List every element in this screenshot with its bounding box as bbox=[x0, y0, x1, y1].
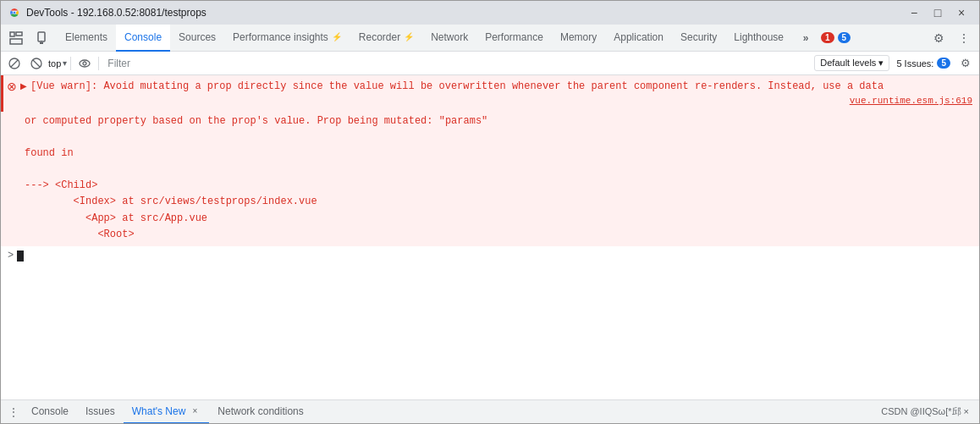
nav-tab-bar: Elements Console Sources Performance ins… bbox=[1, 25, 979, 52]
tab-network[interactable]: Network bbox=[422, 25, 476, 52]
minimize-button[interactable]: − bbox=[903, 2, 925, 24]
console-error-detail: or computed property based on the prop's… bbox=[1, 112, 979, 247]
device-toolbar-button[interactable] bbox=[30, 26, 53, 50]
toolbar-divider-1 bbox=[70, 57, 71, 70]
eye-button[interactable] bbox=[74, 53, 95, 74]
recorder-icon: ⚡ bbox=[404, 32, 414, 41]
maximize-button[interactable]: □ bbox=[927, 2, 949, 24]
inspect-icon-button[interactable] bbox=[4, 26, 28, 50]
context-selector[interactable]: top ▾ bbox=[48, 58, 67, 69]
performance-insights-icon: ⚡ bbox=[332, 32, 342, 41]
error-stack-text: found in bbox=[25, 147, 74, 159]
console-error-content: [Vue warn]: Avoid mutating a prop direct… bbox=[30, 79, 972, 108]
tab-sources-label: Sources bbox=[179, 31, 216, 43]
title-bar-controls: − □ × bbox=[903, 2, 972, 24]
inspect-icon bbox=[9, 31, 23, 45]
bottom-more-button[interactable]: ⋮ bbox=[4, 403, 23, 421]
bottom-tab-bar: ⋮ Console Issues What's New × Network co… bbox=[1, 399, 979, 423]
filter-toggle-button[interactable] bbox=[26, 53, 47, 74]
bottom-tab-console-label: Console bbox=[31, 405, 69, 417]
tab-recorder-label: Recorder bbox=[359, 31, 400, 43]
console-input-row[interactable]: > bbox=[1, 246, 979, 265]
bottom-tab-network-conditions[interactable]: Network conditions bbox=[209, 400, 311, 424]
close-button[interactable]: × bbox=[950, 2, 972, 24]
tab-application-label: Application bbox=[614, 31, 663, 43]
console-settings-button[interactable]: ⚙ bbox=[955, 53, 976, 74]
tab-sources[interactable]: Sources bbox=[170, 25, 224, 52]
title-bar: DevTools - 192.168.0.52:8081/testprops −… bbox=[1, 1, 979, 25]
bottom-tab-issues[interactable]: Issues bbox=[77, 400, 124, 424]
console-content: ⊗ ▶ [Vue warn]: Avoid mutating a prop di… bbox=[1, 75, 979, 399]
bottom-tab-network-conditions-label: Network conditions bbox=[217, 405, 303, 417]
tab-memory-label: Memory bbox=[560, 31, 597, 43]
tab-elements[interactable]: Elements bbox=[57, 25, 116, 52]
svg-point-2 bbox=[14, 12, 16, 14]
svg-rect-3 bbox=[10, 32, 14, 36]
tab-performance[interactable]: Performance bbox=[476, 25, 552, 52]
expand-error-icon[interactable]: ▶ bbox=[20, 81, 27, 91]
nav-more-section: » 1 5 bbox=[794, 26, 851, 50]
svg-rect-5 bbox=[10, 39, 22, 44]
console-cursor bbox=[17, 251, 24, 262]
error-text-line1: [Vue warn]: Avoid mutating a prop direct… bbox=[30, 80, 884, 92]
tab-console-label: Console bbox=[124, 31, 162, 43]
tab-application[interactable]: Application bbox=[605, 25, 672, 52]
bottom-tab-whats-new-label: What's New bbox=[132, 405, 186, 417]
svg-rect-7 bbox=[40, 42, 43, 44]
tab-performance-insights-label: Performance insights bbox=[233, 31, 328, 43]
tab-elements-label: Elements bbox=[65, 31, 107, 43]
tab-network-label: Network bbox=[431, 31, 468, 43]
issues-badge-nav: 5 bbox=[838, 32, 851, 43]
tab-lighthouse-label: Lighthouse bbox=[734, 31, 784, 43]
context-label: top bbox=[48, 58, 61, 69]
bottom-right-area: CSDN @IIQSω[*邱 × bbox=[881, 405, 976, 418]
error-icon: ⊗ bbox=[7, 80, 17, 93]
svg-rect-6 bbox=[38, 32, 45, 41]
settings-button[interactable]: ⚙ bbox=[927, 26, 950, 50]
error-source-link[interactable]: vue.runtime.esm.js:619 bbox=[850, 94, 972, 108]
bottom-right-text: CSDN @IIQSω[*邱 × bbox=[881, 405, 969, 418]
svg-line-12 bbox=[33, 60, 40, 67]
console-error-row: ⊗ ▶ [Vue warn]: Avoid mutating a prop di… bbox=[1, 75, 979, 112]
bottom-tab-whats-new[interactable]: What's New × bbox=[124, 400, 210, 424]
error-component-stack: ---> <Child> <Index> at src/views/testpr… bbox=[25, 179, 317, 240]
devtools-menu-button[interactable]: ⋮ bbox=[952, 26, 976, 50]
svg-point-14 bbox=[83, 62, 86, 65]
clear-console-button[interactable] bbox=[4, 53, 25, 74]
tab-security-label: Security bbox=[680, 31, 717, 43]
nav-left-icons bbox=[4, 26, 53, 50]
tab-performance-label: Performance bbox=[485, 31, 543, 43]
filter-input[interactable] bbox=[102, 56, 809, 71]
tab-security[interactable]: Security bbox=[672, 25, 725, 52]
svg-point-8 bbox=[41, 40, 41, 41]
clear-icon bbox=[8, 58, 20, 69]
svg-rect-4 bbox=[16, 32, 22, 36]
bottom-tab-issues-label: Issues bbox=[85, 405, 115, 417]
console-toolbar: top ▾ Default levels ▾ 5 Issues: 5 ⚙ bbox=[1, 52, 979, 75]
device-icon bbox=[35, 31, 48, 45]
eye-icon bbox=[79, 59, 91, 68]
issues-label: 5 Issues: bbox=[896, 58, 933, 69]
nav-right-icons: ⚙ ⋮ bbox=[927, 26, 976, 50]
chrome-favicon bbox=[8, 6, 21, 19]
issues-count-badge: 5 bbox=[937, 58, 950, 69]
error-continued-text: or computed property based on the prop's… bbox=[25, 115, 487, 127]
filter-icon bbox=[30, 58, 42, 69]
svg-point-13 bbox=[80, 60, 90, 67]
console-prompt-symbol: > bbox=[8, 250, 14, 262]
tab-recorder[interactable]: Recorder ⚡ bbox=[350, 25, 422, 52]
error-badge: 1 bbox=[821, 32, 834, 43]
tab-performance-insights[interactable]: Performance insights ⚡ bbox=[224, 25, 350, 52]
default-levels-button[interactable]: Default levels ▾ bbox=[814, 55, 889, 71]
more-tabs-button[interactable]: » bbox=[794, 26, 818, 50]
context-dropdown-icon: ▾ bbox=[63, 58, 67, 68]
toolbar-divider-2 bbox=[98, 57, 99, 70]
tab-memory[interactable]: Memory bbox=[552, 25, 605, 52]
title-bar-text: DevTools - 192.168.0.52:8081/testprops bbox=[26, 7, 898, 19]
whats-new-close-button[interactable]: × bbox=[189, 405, 201, 417]
svg-line-10 bbox=[11, 60, 18, 67]
issues-section: 5 Issues: 5 bbox=[896, 58, 950, 69]
tab-console[interactable]: Console bbox=[116, 25, 170, 52]
bottom-tab-console[interactable]: Console bbox=[23, 400, 77, 424]
tab-lighthouse[interactable]: Lighthouse bbox=[725, 25, 792, 52]
